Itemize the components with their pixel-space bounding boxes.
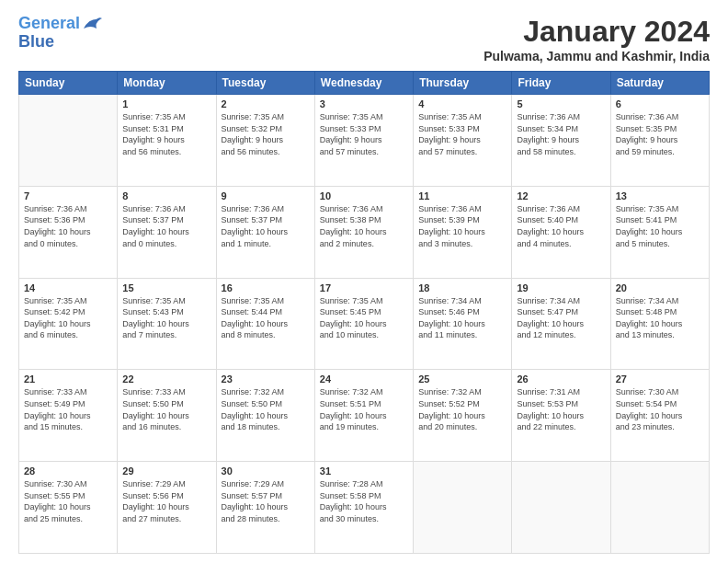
logo: General Blue: [18, 15, 102, 52]
day-info: Sunrise: 7:35 AMSunset: 5:44 PMDaylight:…: [222, 295, 310, 341]
day-number: 17: [320, 282, 408, 293]
table-cell: 23Sunrise: 7:32 AMSunset: 5:50 PMDayligh…: [216, 370, 314, 462]
day-number: 28: [24, 465, 112, 477]
day-info: Sunrise: 7:32 AMSunset: 5:51 PMDaylight:…: [320, 386, 408, 432]
logo-bird-icon: [82, 16, 102, 32]
day-info: Sunrise: 7:35 AMSunset: 5:33 PMDaylight:…: [418, 111, 506, 157]
week-row-4: 21Sunrise: 7:33 AMSunset: 5:49 PMDayligh…: [19, 370, 710, 462]
table-cell: 17Sunrise: 7:35 AMSunset: 5:45 PMDayligh…: [314, 278, 413, 370]
week-row-1: 1Sunrise: 7:35 AMSunset: 5:31 PMDaylight…: [19, 95, 710, 187]
table-cell: 11Sunrise: 7:36 AMSunset: 5:39 PMDayligh…: [414, 186, 512, 278]
day-info: Sunrise: 7:36 AMSunset: 5:36 PMDaylight:…: [24, 203, 112, 249]
day-info: Sunrise: 7:36 AMSunset: 5:35 PMDaylight:…: [616, 111, 704, 157]
table-cell: 20Sunrise: 7:34 AMSunset: 5:48 PMDayligh…: [610, 278, 709, 370]
day-info: Sunrise: 7:36 AMSunset: 5:39 PMDaylight:…: [418, 203, 506, 249]
day-info: Sunrise: 7:36 AMSunset: 5:40 PMDaylight:…: [517, 203, 605, 249]
table-cell: 12Sunrise: 7:36 AMSunset: 5:40 PMDayligh…: [512, 186, 610, 278]
day-info: Sunrise: 7:36 AMSunset: 5:37 PMDaylight:…: [222, 203, 310, 249]
day-number: 29: [122, 465, 210, 477]
day-info: Sunrise: 7:35 AMSunset: 5:45 PMDaylight:…: [320, 295, 408, 341]
table-cell: 28Sunrise: 7:30 AMSunset: 5:55 PMDayligh…: [19, 462, 118, 554]
week-row-3: 14Sunrise: 7:35 AMSunset: 5:42 PMDayligh…: [19, 278, 710, 370]
table-cell: 26Sunrise: 7:31 AMSunset: 5:53 PMDayligh…: [512, 370, 610, 462]
table-cell: [19, 95, 118, 187]
day-number: 19: [517, 282, 605, 293]
day-number: 16: [222, 282, 310, 293]
table-cell: 25Sunrise: 7:32 AMSunset: 5:52 PMDayligh…: [414, 370, 512, 462]
day-info: Sunrise: 7:29 AMSunset: 5:56 PMDaylight:…: [122, 478, 210, 524]
day-info: Sunrise: 7:34 AMSunset: 5:47 PMDaylight:…: [517, 295, 605, 341]
day-info: Sunrise: 7:29 AMSunset: 5:57 PMDaylight:…: [222, 478, 310, 524]
table-cell: 2Sunrise: 7:35 AMSunset: 5:32 PMDaylight…: [216, 95, 314, 187]
day-info: Sunrise: 7:36 AMSunset: 5:34 PMDaylight:…: [517, 111, 605, 157]
header: General Blue January 2024 Pulwama, Jammu…: [18, 15, 710, 63]
calendar-table: Sunday Monday Tuesday Wednesday Thursday…: [18, 71, 710, 554]
table-cell: [610, 462, 709, 554]
day-info: Sunrise: 7:34 AMSunset: 5:48 PMDaylight:…: [616, 295, 704, 341]
main-title: January 2024: [483, 15, 710, 49]
table-cell: 31Sunrise: 7:28 AMSunset: 5:58 PMDayligh…: [314, 462, 413, 554]
day-number: 4: [418, 98, 506, 109]
day-number: 20: [616, 282, 704, 293]
day-number: 15: [122, 282, 210, 293]
col-wednesday: Wednesday: [314, 72, 413, 95]
day-info: Sunrise: 7:31 AMSunset: 5:53 PMDaylight:…: [517, 386, 605, 432]
col-thursday: Thursday: [414, 72, 512, 95]
col-sunday: Sunday: [19, 72, 118, 95]
header-row: Sunday Monday Tuesday Wednesday Thursday…: [19, 72, 710, 95]
day-number: 11: [418, 190, 506, 201]
day-info: Sunrise: 7:28 AMSunset: 5:58 PMDaylight:…: [320, 478, 408, 524]
col-friday: Friday: [512, 72, 610, 95]
table-cell: 21Sunrise: 7:33 AMSunset: 5:49 PMDayligh…: [19, 370, 118, 462]
table-cell: 14Sunrise: 7:35 AMSunset: 5:42 PMDayligh…: [19, 278, 118, 370]
day-number: 31: [320, 465, 408, 477]
day-info: Sunrise: 7:35 AMSunset: 5:31 PMDaylight:…: [122, 111, 210, 157]
day-number: 10: [320, 190, 408, 201]
table-cell: 29Sunrise: 7:29 AMSunset: 5:56 PMDayligh…: [118, 462, 216, 554]
logo-text-line1: General: [18, 15, 80, 33]
day-number: 1: [122, 98, 210, 109]
day-info: Sunrise: 7:30 AMSunset: 5:54 PMDaylight:…: [616, 386, 704, 432]
table-cell: 9Sunrise: 7:36 AMSunset: 5:37 PMDaylight…: [216, 186, 314, 278]
day-number: 30: [222, 465, 310, 477]
day-number: 5: [517, 98, 605, 109]
table-cell: [414, 462, 512, 554]
day-number: 18: [418, 282, 506, 293]
week-row-5: 28Sunrise: 7:30 AMSunset: 5:55 PMDayligh…: [19, 462, 710, 554]
title-section: January 2024 Pulwama, Jammu and Kashmir,…: [483, 15, 710, 63]
table-cell: 8Sunrise: 7:36 AMSunset: 5:37 PMDaylight…: [118, 186, 216, 278]
day-number: 21: [24, 373, 112, 385]
table-cell: 19Sunrise: 7:34 AMSunset: 5:47 PMDayligh…: [512, 278, 610, 370]
day-info: Sunrise: 7:35 AMSunset: 5:33 PMDaylight:…: [320, 111, 408, 157]
day-info: Sunrise: 7:36 AMSunset: 5:37 PMDaylight:…: [122, 203, 210, 249]
table-cell: 3Sunrise: 7:35 AMSunset: 5:33 PMDaylight…: [314, 95, 413, 187]
table-cell: 13Sunrise: 7:35 AMSunset: 5:41 PMDayligh…: [610, 186, 709, 278]
table-cell: 22Sunrise: 7:33 AMSunset: 5:50 PMDayligh…: [118, 370, 216, 462]
col-tuesday: Tuesday: [216, 72, 314, 95]
col-monday: Monday: [118, 72, 216, 95]
table-cell: 7Sunrise: 7:36 AMSunset: 5:36 PMDaylight…: [19, 186, 118, 278]
day-info: Sunrise: 7:35 AMSunset: 5:43 PMDaylight:…: [122, 295, 210, 341]
table-cell: 10Sunrise: 7:36 AMSunset: 5:38 PMDayligh…: [314, 186, 413, 278]
day-number: 7: [24, 190, 112, 201]
day-info: Sunrise: 7:32 AMSunset: 5:52 PMDaylight:…: [418, 386, 506, 432]
table-cell: 5Sunrise: 7:36 AMSunset: 5:34 PMDaylight…: [512, 95, 610, 187]
table-cell: 4Sunrise: 7:35 AMSunset: 5:33 PMDaylight…: [414, 95, 512, 187]
day-info: Sunrise: 7:33 AMSunset: 5:49 PMDaylight:…: [24, 386, 112, 432]
day-number: 2: [222, 98, 310, 109]
col-saturday: Saturday: [610, 72, 709, 95]
day-info: Sunrise: 7:32 AMSunset: 5:50 PMDaylight:…: [222, 386, 310, 432]
day-number: 6: [616, 98, 704, 109]
day-number: 22: [122, 373, 210, 385]
table-cell: 30Sunrise: 7:29 AMSunset: 5:57 PMDayligh…: [216, 462, 314, 554]
page: General Blue January 2024 Pulwama, Jammu…: [0, 0, 728, 563]
day-number: 14: [24, 282, 112, 293]
day-info: Sunrise: 7:34 AMSunset: 5:46 PMDaylight:…: [418, 295, 506, 341]
table-cell: 1Sunrise: 7:35 AMSunset: 5:31 PMDaylight…: [118, 95, 216, 187]
day-info: Sunrise: 7:36 AMSunset: 5:38 PMDaylight:…: [320, 203, 408, 249]
day-number: 8: [122, 190, 210, 201]
subtitle: Pulwama, Jammu and Kashmir, India: [483, 49, 710, 63]
day-number: 27: [616, 373, 704, 385]
table-cell: 6Sunrise: 7:36 AMSunset: 5:35 PMDaylight…: [610, 95, 709, 187]
table-cell: 15Sunrise: 7:35 AMSunset: 5:43 PMDayligh…: [118, 278, 216, 370]
